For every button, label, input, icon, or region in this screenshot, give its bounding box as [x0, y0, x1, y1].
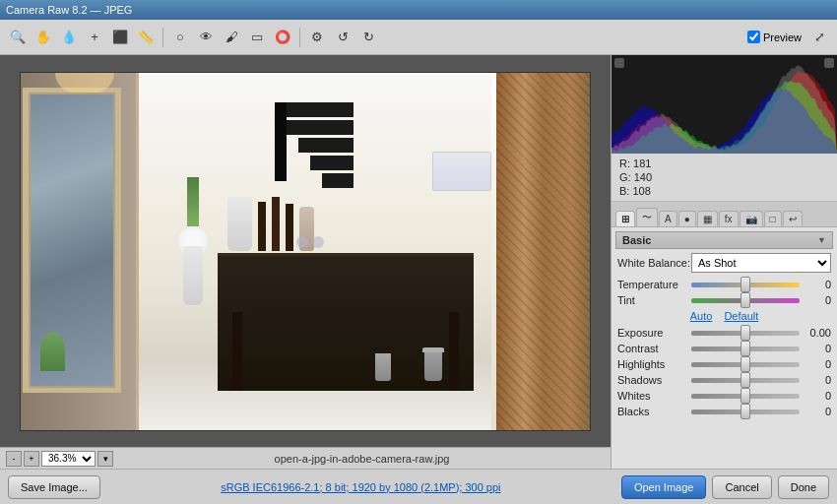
- fullscreen-btn[interactable]: ⤢: [807, 26, 831, 49]
- separator-2: [299, 28, 300, 47]
- blacks-label: Blacks: [617, 406, 691, 417]
- straighten-btn[interactable]: 📏: [134, 26, 158, 49]
- rotate-cw-btn[interactable]: ↻: [356, 26, 380, 49]
- highlights-slider-track: [691, 359, 800, 369]
- hist-corner-tr[interactable]: [824, 58, 834, 68]
- separator-1: [162, 28, 163, 47]
- b-value: 108: [632, 185, 650, 197]
- crop-tool-btn[interactable]: ⬛: [108, 26, 132, 49]
- laptop: [432, 152, 491, 191]
- table-area: [139, 73, 491, 430]
- preview-area: Preview: [747, 31, 802, 43]
- zoom-select[interactable]: 36.3%: [41, 451, 96, 467]
- content-area: - + 36.3% ▾ open-a-jpg-in-adobe-camera-r…: [0, 55, 837, 469]
- wb-label: White Balance:: [617, 257, 691, 269]
- filename-label: open-a-jpg-in-adobe-camera-raw.jpg: [119, 453, 605, 465]
- rgb-values: R: 181 G: 140 B: 108: [612, 154, 837, 202]
- vase-flowers: [178, 177, 208, 305]
- redeye-btn[interactable]: 👁: [194, 26, 218, 49]
- tint-slider[interactable]: [691, 295, 800, 305]
- flower-stem: [187, 177, 199, 226]
- app-title: Camera Raw 8.2 — JPEG: [6, 4, 132, 16]
- shadows-slider-track: [691, 375, 800, 385]
- wicker-pattern: [496, 73, 590, 430]
- wb-select[interactable]: As Shot Auto Daylight Cloudy Shade Tungs…: [691, 253, 831, 273]
- whites-slider-area: [691, 391, 800, 401]
- zoom-out-btn[interactable]: -: [6, 451, 22, 467]
- image-panel: - + 36.3% ▾ open-a-jpg-in-adobe-camera-r…: [0, 55, 611, 469]
- histogram: [612, 55, 837, 154]
- radial-filter-btn[interactable]: ⭕: [271, 26, 294, 49]
- tint-label: Tint: [617, 294, 691, 306]
- temperature-slider[interactable]: [691, 280, 800, 289]
- whites-slider[interactable]: [691, 391, 800, 401]
- tab-hsl[interactable]: ●: [678, 211, 696, 226]
- tab-presets[interactable]: □: [764, 211, 782, 226]
- highlights-slider-area: [691, 359, 800, 369]
- bottom-info-text[interactable]: sRGB IEC61966-2.1; 8 bit; 1920 by 1080 (…: [106, 481, 615, 493]
- prefs-btn[interactable]: ⚙: [305, 26, 329, 49]
- basic-section-header[interactable]: Basic ▼: [615, 231, 833, 249]
- tab-effects[interactable]: fx: [719, 211, 739, 226]
- temperature-slider-area: [691, 280, 800, 289]
- adj-brush-btn[interactable]: 🖌: [220, 26, 243, 49]
- open-image-button[interactable]: Open Image: [621, 475, 707, 499]
- preview-label[interactable]: Preview: [763, 32, 802, 43]
- hist-corner-tl[interactable]: [614, 58, 624, 68]
- grad-filter-btn[interactable]: ▭: [245, 26, 269, 49]
- exposure-slider[interactable]: [691, 328, 800, 338]
- hand-tool-btn[interactable]: ✋: [32, 26, 55, 49]
- wb-tool-btn[interactable]: 💧: [57, 26, 81, 49]
- photo-mirror-area: [21, 73, 139, 430]
- temperature-value: 0: [800, 279, 831, 290]
- tint-row: Tint 0: [615, 294, 833, 306]
- shadows-value: 0: [800, 374, 831, 386]
- tab-tone-curve[interactable]: 〜: [636, 208, 658, 226]
- contrast-row: Contrast 0: [615, 343, 833, 354]
- zoom-in-btn[interactable]: +: [24, 451, 39, 467]
- basic-section-title: Basic: [622, 234, 651, 246]
- blacks-row: Blacks 0: [615, 406, 833, 417]
- highlights-slider[interactable]: [691, 359, 800, 369]
- light-fixture: [55, 73, 114, 93]
- settings-panel[interactable]: Basic ▼ White Balance: As Shot Auto Dayl…: [612, 227, 837, 469]
- zoom-dropdown-btn[interactable]: ▾: [97, 451, 113, 467]
- bottle-1: [258, 202, 266, 251]
- right-panel: R: 181 G: 140 B: 108 ⊞ 〜 A ● ▦ fx 📷 □ ↩: [611, 55, 837, 469]
- preview-checkbox[interactable]: [747, 31, 760, 43]
- save-image-button[interactable]: Save Image...: [8, 475, 100, 499]
- r-label: R:: [619, 158, 630, 169]
- exposure-slider-area: [691, 328, 800, 338]
- tab-detail[interactable]: A: [659, 211, 677, 226]
- bottom-bar: Save Image... sRGB IEC61966-2.1; 8 bit; …: [0, 469, 837, 504]
- tab-basic[interactable]: ⊞: [615, 211, 635, 226]
- zoom-tool-btn[interactable]: 🔍: [6, 26, 30, 49]
- tint-slider-track: [691, 295, 800, 305]
- rotate-ccw-btn[interactable]: ↺: [331, 26, 354, 49]
- tint-slider-area: [691, 295, 800, 305]
- image-statusbar: - + 36.3% ▾ open-a-jpg-in-adobe-camera-r…: [0, 447, 611, 469]
- exposure-slider-track: [691, 328, 800, 338]
- shadows-slider[interactable]: [691, 375, 800, 385]
- tab-camera-cal[interactable]: 📷: [740, 211, 763, 226]
- b-value-row: B: 108: [619, 184, 829, 198]
- blacks-slider[interactable]: [691, 407, 800, 416]
- tab-split-tone[interactable]: ▦: [697, 211, 718, 226]
- image-container[interactable]: [0, 55, 611, 447]
- default-link[interactable]: Default: [724, 310, 758, 322]
- color-sample-btn[interactable]: +: [83, 26, 106, 49]
- title-bar: Camera Raw 8.2 — JPEG: [0, 0, 837, 20]
- done-button[interactable]: Done: [778, 475, 829, 499]
- contrast-slider[interactable]: [691, 344, 800, 353]
- zoom-controls: - + 36.3% ▾: [6, 451, 113, 467]
- g-label: G:: [619, 171, 631, 183]
- spot-removal-btn[interactable]: ○: [168, 26, 192, 49]
- auto-link[interactable]: Auto: [690, 310, 713, 322]
- contrast-slider-track: [691, 344, 800, 353]
- highlights-label: Highlights: [617, 358, 691, 370]
- cancel-button[interactable]: Cancel: [712, 475, 771, 499]
- photo-display: [20, 72, 591, 431]
- temperature-row: Temperature 0: [615, 279, 833, 290]
- tab-snapshots[interactable]: ↩: [783, 211, 803, 226]
- highlights-value: 0: [800, 358, 831, 370]
